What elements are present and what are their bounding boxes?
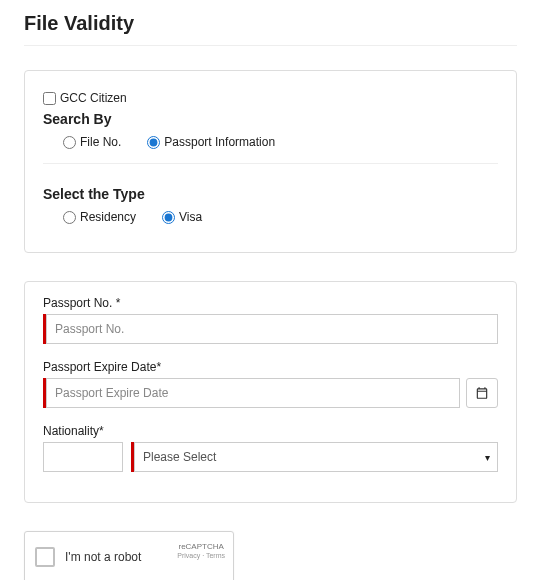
radio-residency[interactable] xyxy=(63,211,76,224)
gcc-citizen-label: GCC Citizen xyxy=(60,91,127,105)
radio-file-no-label: File No. xyxy=(80,135,121,149)
type-residency[interactable]: Residency xyxy=(63,210,136,224)
search-by-group: File No. Passport Information xyxy=(43,135,498,149)
type-group: Residency Visa xyxy=(43,210,498,224)
search-by-passport-info[interactable]: Passport Information xyxy=(147,135,275,149)
form-panel: Passport No. * Passport Expire Date* Nat… xyxy=(24,281,517,503)
recaptcha-links: Privacy · Terms xyxy=(177,552,225,559)
gcc-citizen-input[interactable] xyxy=(43,92,56,105)
nationality-select[interactable]: Please Select xyxy=(134,442,498,472)
passport-no-label: Passport No. * xyxy=(43,296,498,310)
passport-no-input[interactable] xyxy=(46,314,498,344)
radio-file-no[interactable] xyxy=(63,136,76,149)
radio-visa-label: Visa xyxy=(179,210,202,224)
gcc-citizen-checkbox[interactable]: GCC Citizen xyxy=(43,91,498,105)
radio-visa[interactable] xyxy=(162,211,175,224)
nationality-code-input[interactable] xyxy=(43,442,123,472)
recaptcha-brand-name: reCAPTCHA xyxy=(177,543,225,552)
calendar-button[interactable] xyxy=(466,378,498,408)
radio-residency-label: Residency xyxy=(80,210,136,224)
filter-panel: GCC Citizen Search By File No. Passport … xyxy=(24,70,517,253)
expire-date-group: Passport Expire Date* xyxy=(43,360,498,408)
search-by-file-no[interactable]: File No. xyxy=(63,135,121,149)
nationality-label: Nationality* xyxy=(43,424,498,438)
radio-passport-info[interactable] xyxy=(147,136,160,149)
calendar-icon xyxy=(475,386,489,400)
recaptcha-checkbox[interactable] xyxy=(35,547,55,567)
type-visa[interactable]: Visa xyxy=(162,210,202,224)
expire-date-label: Passport Expire Date* xyxy=(43,360,498,374)
nationality-group: Nationality* Please Select ▾ xyxy=(43,424,498,472)
recaptcha-label: I'm not a robot xyxy=(65,550,141,564)
passport-no-group: Passport No. * xyxy=(43,296,498,344)
recaptcha-brand: reCAPTCHA Privacy · Terms xyxy=(177,542,225,561)
select-type-title: Select the Type xyxy=(43,186,498,202)
page-title: File Validity xyxy=(24,12,517,35)
search-by-title: Search By xyxy=(43,111,498,127)
expire-date-input[interactable] xyxy=(46,378,460,408)
radio-passport-info-label: Passport Information xyxy=(164,135,275,149)
divider xyxy=(24,45,517,46)
recaptcha-widget[interactable]: I'm not a robot reCAPTCHA Privacy · Term… xyxy=(24,531,234,580)
